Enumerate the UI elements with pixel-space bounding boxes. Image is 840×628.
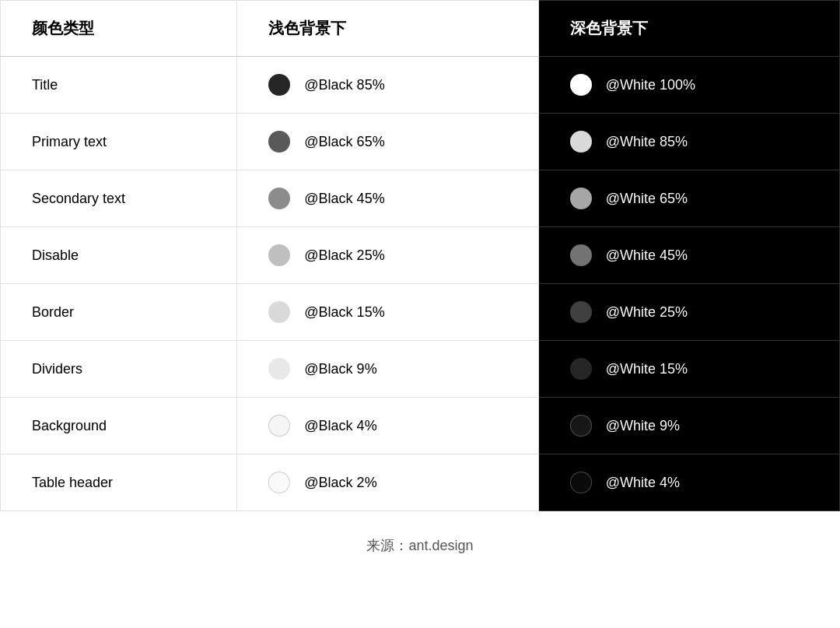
color-table: 颜色类型 浅色背景下 深色背景下 Title@Black 85%@White 1… bbox=[0, 0, 840, 511]
dark-dot bbox=[570, 131, 592, 153]
dark-cell: @White 100% bbox=[538, 57, 839, 114]
dark-label: @White 65% bbox=[606, 191, 688, 207]
dark-label: @White 45% bbox=[606, 247, 688, 264]
type-cell: Background bbox=[1, 398, 237, 454]
type-cell: Secondary text bbox=[1, 170, 237, 227]
table-row: Disable@Black 25%@White 45% bbox=[1, 227, 840, 284]
type-cell: Primary text bbox=[1, 114, 237, 170]
dark-label: @White 4% bbox=[606, 475, 680, 491]
light-label: @Black 85% bbox=[304, 77, 384, 93]
type-cell: Border bbox=[1, 284, 237, 341]
table-row: Secondary text@Black 45%@White 65% bbox=[1, 170, 840, 227]
table-row: Border@Black 15%@White 25% bbox=[1, 284, 840, 341]
light-cell: @Black 4% bbox=[237, 398, 538, 454]
dark-cell: @White 9% bbox=[538, 398, 839, 454]
light-label: @Black 25% bbox=[304, 247, 384, 264]
light-cell: @Black 45% bbox=[237, 170, 538, 227]
dark-cell: @White 85% bbox=[538, 114, 839, 170]
type-cell: Title bbox=[1, 57, 237, 114]
header-col-light: 浅色背景下 bbox=[237, 1, 538, 57]
light-dot bbox=[268, 415, 290, 437]
type-cell: Disable bbox=[1, 227, 237, 284]
header-col-type: 颜色类型 bbox=[1, 1, 237, 57]
dark-label: @White 15% bbox=[606, 361, 688, 377]
light-label: @Black 4% bbox=[304, 418, 376, 434]
dark-cell: @White 15% bbox=[538, 341, 839, 398]
light-label: @Black 65% bbox=[304, 134, 384, 150]
light-dot bbox=[268, 74, 290, 96]
table-row: Primary text@Black 65%@White 85% bbox=[1, 114, 840, 170]
dark-label: @White 25% bbox=[606, 304, 688, 321]
dark-dot bbox=[570, 74, 592, 96]
light-cell: @Black 65% bbox=[237, 114, 538, 170]
light-cell: @Black 15% bbox=[237, 284, 538, 341]
dark-dot bbox=[570, 244, 592, 266]
dark-cell: @White 4% bbox=[538, 454, 839, 511]
light-cell: @Black 25% bbox=[237, 227, 538, 284]
dark-cell: @White 25% bbox=[538, 284, 839, 341]
light-cell: @Black 85% bbox=[237, 57, 538, 114]
light-dot bbox=[268, 188, 290, 209]
light-dot bbox=[268, 472, 290, 493]
header-col-dark: 深色背景下 bbox=[538, 1, 839, 57]
dark-dot bbox=[570, 188, 592, 209]
table-row: Title@Black 85%@White 100% bbox=[1, 57, 840, 114]
footer: 来源：ant.design bbox=[0, 511, 840, 574]
dark-label: @White 9% bbox=[606, 418, 680, 434]
light-dot bbox=[268, 358, 290, 380]
dark-cell: @White 65% bbox=[538, 170, 839, 227]
light-label: @Black 45% bbox=[304, 191, 384, 207]
light-dot bbox=[268, 131, 290, 153]
table-row: Dividers@Black 9%@White 15% bbox=[1, 341, 840, 398]
dark-dot bbox=[570, 358, 592, 380]
light-label: @Black 2% bbox=[304, 475, 376, 491]
dark-label: @White 85% bbox=[606, 134, 688, 150]
color-table-container: 颜色类型 浅色背景下 深色背景下 Title@Black 85%@White 1… bbox=[0, 0, 840, 511]
dark-label: @White 100% bbox=[606, 77, 695, 93]
source-text: 来源：ant.design bbox=[366, 538, 473, 553]
table-row: Table header@Black 2%@White 4% bbox=[1, 454, 840, 511]
dark-cell: @White 45% bbox=[538, 227, 839, 284]
light-cell: @Black 2% bbox=[237, 454, 538, 511]
light-dot bbox=[268, 301, 290, 323]
type-cell: Dividers bbox=[1, 341, 237, 398]
light-cell: @Black 9% bbox=[237, 341, 538, 398]
dark-dot bbox=[570, 415, 592, 437]
type-cell: Table header bbox=[1, 454, 237, 511]
light-dot bbox=[268, 244, 290, 266]
dark-dot bbox=[570, 301, 592, 323]
table-header-row: 颜色类型 浅色背景下 深色背景下 bbox=[1, 1, 840, 57]
light-label: @Black 15% bbox=[304, 304, 384, 321]
table-row: Background@Black 4%@White 9% bbox=[1, 398, 840, 454]
light-label: @Black 9% bbox=[304, 361, 376, 377]
dark-dot bbox=[570, 472, 592, 493]
